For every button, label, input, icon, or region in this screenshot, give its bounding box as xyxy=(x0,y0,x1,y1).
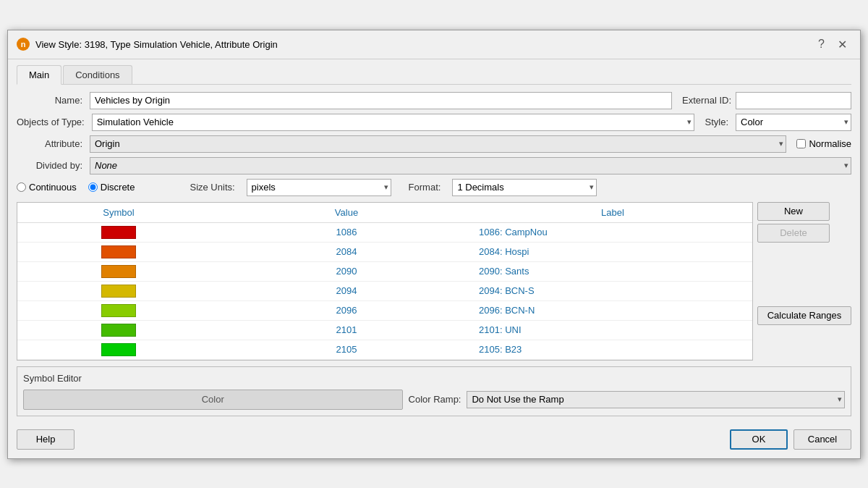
discrete-label: Discrete xyxy=(101,182,135,193)
normalise-row: Normalise xyxy=(796,138,851,149)
table-row[interactable]: 20962096: BCN-N xyxy=(17,301,752,321)
table-row[interactable]: 20902090: Sants xyxy=(17,262,752,282)
color-swatch xyxy=(101,324,136,337)
bottom-row: Help OK Cancel xyxy=(17,424,851,453)
table-body: 10861086: CampNou20842084: Hospi20902090… xyxy=(17,223,752,360)
external-id-input[interactable] xyxy=(736,92,851,109)
value-cell: 2094 xyxy=(220,282,473,300)
table-buttons: New Delete Calculate Ranges xyxy=(757,202,851,325)
table-row[interactable]: 21012101: UNI xyxy=(17,321,752,340)
symbol-cell xyxy=(17,223,220,242)
name-input[interactable] xyxy=(90,92,672,109)
size-units-select[interactable]: pixels xyxy=(247,179,391,196)
table-row[interactable]: 20942094: BCN-S xyxy=(17,282,752,301)
col-header-symbol: Symbol xyxy=(17,203,220,222)
table-row[interactable]: 10861086: CampNou xyxy=(17,223,752,243)
help-icon-button[interactable]: ? xyxy=(814,36,829,52)
symbol-cell xyxy=(17,262,220,281)
label-cell: 2094: BCN-S xyxy=(473,282,752,300)
continuous-label: Continuous xyxy=(29,182,77,193)
value-cell: 2084 xyxy=(220,243,473,261)
dialog-content: Main Conditions Name: External ID: Objec… xyxy=(8,59,860,458)
symbol-editor-row: Color Color Ramp: Do Not Use the Ramp xyxy=(23,390,845,410)
tab-main[interactable]: Main xyxy=(17,65,61,85)
objects-of-type-label: Objects of Type: xyxy=(17,117,88,127)
discrete-radio[interactable] xyxy=(88,182,98,192)
calculate-ranges-button[interactable]: Calculate Ranges xyxy=(757,306,851,325)
label-cell: 2084: Hospi xyxy=(473,243,752,261)
tab-conditions[interactable]: Conditions xyxy=(63,65,132,84)
color-swatch xyxy=(101,343,136,356)
value-cell: 2105 xyxy=(220,340,473,358)
help-button[interactable]: Help xyxy=(17,429,75,450)
radio-row: Continuous Discrete Size Units: pixels F… xyxy=(17,179,851,196)
normalise-checkbox[interactable] xyxy=(796,139,806,148)
attribute-label: Attribute: xyxy=(17,138,85,149)
new-button[interactable]: New xyxy=(757,202,830,221)
symbol-cell xyxy=(17,243,220,261)
table-row[interactable]: 20842084: Hospi xyxy=(17,243,752,262)
table-row[interactable]: 21052105: B23 xyxy=(17,340,752,360)
symbol-cell xyxy=(17,340,220,359)
col-header-value: Value xyxy=(220,203,473,222)
close-button[interactable]: ✕ xyxy=(833,36,851,53)
dialog-title: View Style: 3198, Type Simulation Vehicl… xyxy=(35,39,808,50)
attribute-row: Attribute: Origin Normalise xyxy=(17,135,851,153)
table-header: Symbol Value Label xyxy=(17,203,752,223)
divided-by-label: Divided by: xyxy=(17,160,85,171)
value-cell: 2090 xyxy=(220,262,473,280)
format-label: Format: xyxy=(409,182,441,193)
objects-of-type-select[interactable]: Simulation Vehicle xyxy=(92,114,695,131)
value-cell: 2096 xyxy=(220,301,473,319)
delete-button[interactable]: Delete xyxy=(757,224,830,243)
value-cell: 2101 xyxy=(220,321,473,339)
color-swatch xyxy=(101,265,136,278)
cancel-button[interactable]: Cancel xyxy=(793,429,851,450)
continuous-radio-label[interactable]: Continuous xyxy=(17,182,77,193)
color-ramp-select[interactable]: Do Not Use the Ramp xyxy=(467,391,845,408)
color-button[interactable]: Color xyxy=(23,390,403,410)
format-select[interactable]: 1 Decimals xyxy=(452,179,597,196)
symbol-cell xyxy=(17,301,220,320)
color-swatch xyxy=(101,285,136,298)
color-swatch xyxy=(101,304,136,317)
objects-of-type-row: Objects of Type: Simulation Vehicle Styl… xyxy=(17,114,851,131)
value-cell: 1086 xyxy=(220,223,473,241)
color-swatch xyxy=(101,226,136,239)
symbol-editor: Symbol Editor Color Color Ramp: Do Not U… xyxy=(17,366,851,416)
symbol-cell xyxy=(17,282,220,300)
table-section: Symbol Value Label 10861086: CampNou2084… xyxy=(17,202,851,361)
continuous-radio[interactable] xyxy=(17,182,26,192)
app-icon: n xyxy=(17,38,30,51)
label-cell: 2096: BCN-N xyxy=(473,301,752,319)
dialog: n View Style: 3198, Type Simulation Vehi… xyxy=(7,30,861,459)
divided-by-row: Divided by: None xyxy=(17,157,851,174)
style-select[interactable]: Color xyxy=(736,114,851,131)
tab-bar: Main Conditions xyxy=(17,65,851,85)
external-id-label: External ID: xyxy=(682,95,731,106)
ok-button[interactable]: OK xyxy=(730,429,788,450)
name-row: Name: External ID: xyxy=(17,92,851,109)
attribute-select[interactable]: Origin xyxy=(90,135,786,153)
name-label: Name: xyxy=(17,95,85,106)
normalise-label: Normalise xyxy=(809,138,851,149)
symbol-cell xyxy=(17,321,220,340)
data-table: Symbol Value Label 10861086: CampNou2084… xyxy=(17,202,753,361)
discrete-radio-label[interactable]: Discrete xyxy=(88,182,135,193)
symbol-editor-title: Symbol Editor xyxy=(23,373,845,384)
label-cell: 1086: CampNou xyxy=(473,223,752,241)
ok-cancel-buttons: OK Cancel xyxy=(730,429,851,450)
color-swatch xyxy=(101,245,136,258)
label-cell: 2090: Sants xyxy=(473,262,752,280)
size-units-label: Size Units: xyxy=(190,182,234,193)
label-cell: 2105: B23 xyxy=(473,340,752,358)
title-bar: n View Style: 3198, Type Simulation Vehi… xyxy=(8,30,860,59)
label-cell: 2101: UNI xyxy=(473,321,752,339)
col-header-label: Label xyxy=(473,203,752,222)
color-ramp-label: Color Ramp: xyxy=(409,394,461,405)
style-label: Style: xyxy=(705,117,728,127)
divided-by-select[interactable]: None xyxy=(90,157,851,174)
title-bar-actions: ? ✕ xyxy=(814,36,851,53)
